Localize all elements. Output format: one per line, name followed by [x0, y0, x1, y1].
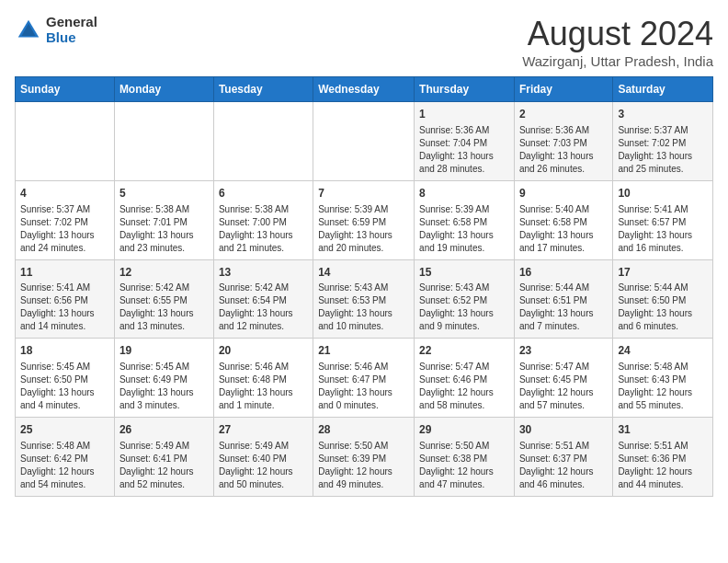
calendar-cell: 14Sunrise: 5:43 AM Sunset: 6:53 PM Dayli… [313, 259, 415, 339]
day-info: Sunrise: 5:44 AM Sunset: 6:51 PM Dayligh… [519, 282, 608, 333]
day-info: Sunrise: 5:42 AM Sunset: 6:55 PM Dayligh… [119, 282, 209, 333]
weekday-header: Monday [114, 77, 213, 102]
day-number: 18 [20, 343, 109, 359]
logo: General Blue [15, 15, 97, 45]
day-info: Sunrise: 5:48 AM Sunset: 6:42 PM Dayligh… [20, 440, 109, 491]
calendar-cell: 26Sunrise: 5:49 AM Sunset: 6:41 PM Dayli… [114, 418, 213, 497]
calendar-header: SundayMondayTuesdayWednesdayThursdayFrid… [16, 77, 713, 102]
day-info: Sunrise: 5:50 AM Sunset: 6:39 PM Dayligh… [318, 440, 409, 491]
day-info: Sunrise: 5:38 AM Sunset: 7:00 PM Dayligh… [219, 203, 308, 255]
day-number: 22 [419, 343, 509, 359]
calendar-cell: 25Sunrise: 5:48 AM Sunset: 6:42 PM Dayli… [16, 418, 115, 497]
day-number: 6 [219, 186, 308, 201]
day-info: Sunrise: 5:44 AM Sunset: 6:50 PM Dayligh… [618, 282, 708, 333]
logo-blue-text: Blue [46, 30, 97, 46]
day-info: Sunrise: 5:39 AM Sunset: 6:58 PM Dayligh… [419, 203, 509, 255]
calendar-cell: 12Sunrise: 5:42 AM Sunset: 6:55 PM Dayli… [114, 259, 213, 339]
month-title: August 2024 [522, 15, 713, 53]
calendar-cell: 19Sunrise: 5:45 AM Sunset: 6:49 PM Dayli… [114, 339, 213, 418]
calendar-cell: 20Sunrise: 5:46 AM Sunset: 6:48 PM Dayli… [213, 339, 313, 418]
calendar-cell: 31Sunrise: 5:51 AM Sunset: 6:36 PM Dayli… [613, 418, 713, 497]
calendar-cell: 8Sunrise: 5:39 AM Sunset: 6:58 PM Daylig… [415, 180, 515, 259]
logo-icon [15, 17, 42, 44]
calendar-cell: 2Sunrise: 5:36 AM Sunset: 7:03 PM Daylig… [514, 102, 612, 181]
calendar-cell: 11Sunrise: 5:41 AM Sunset: 6:56 PM Dayli… [16, 259, 115, 339]
logo-general-text: General [46, 15, 97, 30]
calendar-body: 1Sunrise: 5:36 AM Sunset: 7:04 PM Daylig… [16, 102, 713, 497]
day-number: 14 [318, 265, 409, 281]
calendar-cell: 29Sunrise: 5:50 AM Sunset: 6:38 PM Dayli… [415, 418, 515, 497]
day-number: 3 [618, 107, 708, 122]
day-info: Sunrise: 5:43 AM Sunset: 6:52 PM Dayligh… [419, 282, 509, 333]
calendar-cell [313, 102, 415, 181]
weekday-header: Thursday [415, 77, 515, 102]
day-info: Sunrise: 5:39 AM Sunset: 6:59 PM Dayligh… [318, 203, 409, 255]
calendar-cell: 30Sunrise: 5:51 AM Sunset: 6:37 PM Dayli… [514, 418, 612, 497]
day-info: Sunrise: 5:47 AM Sunset: 6:46 PM Dayligh… [419, 361, 509, 412]
day-info: Sunrise: 5:51 AM Sunset: 6:37 PM Dayligh… [519, 440, 608, 491]
calendar-cell [16, 102, 115, 181]
weekday-header: Wednesday [313, 77, 415, 102]
day-info: Sunrise: 5:42 AM Sunset: 6:54 PM Dayligh… [219, 282, 308, 333]
calendar-cell: 23Sunrise: 5:47 AM Sunset: 6:45 PM Dayli… [514, 339, 612, 418]
day-info: Sunrise: 5:49 AM Sunset: 6:41 PM Dayligh… [119, 440, 209, 491]
day-number: 4 [20, 186, 109, 201]
calendar-cell: 5Sunrise: 5:38 AM Sunset: 7:01 PM Daylig… [114, 180, 213, 259]
day-number: 16 [519, 265, 608, 281]
day-info: Sunrise: 5:36 AM Sunset: 7:04 PM Dayligh… [419, 124, 509, 176]
day-number: 27 [219, 422, 308, 438]
day-number: 28 [318, 422, 409, 438]
calendar-cell: 9Sunrise: 5:40 AM Sunset: 6:58 PM Daylig… [514, 180, 612, 259]
calendar-cell: 27Sunrise: 5:49 AM Sunset: 6:40 PM Dayli… [213, 418, 313, 497]
day-number: 1 [419, 107, 509, 122]
header-row: SundayMondayTuesdayWednesdayThursdayFrid… [16, 77, 713, 102]
weekday-header: Friday [514, 77, 612, 102]
day-info: Sunrise: 5:49 AM Sunset: 6:40 PM Dayligh… [219, 440, 308, 491]
day-info: Sunrise: 5:43 AM Sunset: 6:53 PM Dayligh… [318, 282, 409, 333]
calendar-cell: 6Sunrise: 5:38 AM Sunset: 7:00 PM Daylig… [213, 180, 313, 259]
page-header: General Blue August 2024 Wazirganj, Utta… [15, 15, 713, 69]
calendar-cell: 17Sunrise: 5:44 AM Sunset: 6:50 PM Dayli… [613, 259, 713, 339]
day-number: 13 [219, 265, 308, 281]
day-number: 7 [318, 186, 409, 201]
day-number: 29 [419, 422, 509, 438]
day-info: Sunrise: 5:45 AM Sunset: 6:50 PM Dayligh… [20, 361, 109, 412]
calendar-cell: 10Sunrise: 5:41 AM Sunset: 6:57 PM Dayli… [613, 180, 713, 259]
calendar-table: SundayMondayTuesdayWednesdayThursdayFrid… [15, 76, 713, 497]
calendar-cell: 21Sunrise: 5:46 AM Sunset: 6:47 PM Dayli… [313, 339, 415, 418]
day-info: Sunrise: 5:38 AM Sunset: 7:01 PM Dayligh… [119, 203, 209, 255]
calendar-week-row: 4Sunrise: 5:37 AM Sunset: 7:02 PM Daylig… [16, 180, 713, 259]
day-number: 24 [618, 343, 708, 359]
day-number: 12 [119, 265, 209, 281]
calendar-cell: 24Sunrise: 5:48 AM Sunset: 6:43 PM Dayli… [613, 339, 713, 418]
day-info: Sunrise: 5:40 AM Sunset: 6:58 PM Dayligh… [519, 203, 608, 255]
day-number: 30 [519, 422, 608, 438]
calendar-cell: 15Sunrise: 5:43 AM Sunset: 6:52 PM Dayli… [415, 259, 515, 339]
day-info: Sunrise: 5:51 AM Sunset: 6:36 PM Dayligh… [618, 440, 708, 491]
day-info: Sunrise: 5:36 AM Sunset: 7:03 PM Dayligh… [519, 124, 608, 176]
day-number: 23 [519, 343, 608, 359]
day-info: Sunrise: 5:37 AM Sunset: 7:02 PM Dayligh… [618, 124, 708, 176]
day-number: 17 [618, 265, 708, 281]
calendar-cell: 4Sunrise: 5:37 AM Sunset: 7:02 PM Daylig… [16, 180, 115, 259]
title-area: August 2024 Wazirganj, Uttar Pradesh, In… [522, 15, 713, 69]
calendar-week-row: 18Sunrise: 5:45 AM Sunset: 6:50 PM Dayli… [16, 339, 713, 418]
day-number: 8 [419, 186, 509, 201]
day-info: Sunrise: 5:41 AM Sunset: 6:57 PM Dayligh… [618, 203, 708, 255]
calendar-week-row: 25Sunrise: 5:48 AM Sunset: 6:42 PM Dayli… [16, 418, 713, 497]
weekday-header: Saturday [613, 77, 713, 102]
calendar-cell: 22Sunrise: 5:47 AM Sunset: 6:46 PM Dayli… [415, 339, 515, 418]
calendar-cell [114, 102, 213, 181]
day-number: 20 [219, 343, 308, 359]
calendar-week-row: 11Sunrise: 5:41 AM Sunset: 6:56 PM Dayli… [16, 259, 713, 339]
weekday-header: Tuesday [213, 77, 313, 102]
day-number: 2 [519, 107, 608, 122]
weekday-header: Sunday [16, 77, 115, 102]
logo-text: General Blue [46, 15, 97, 45]
day-number: 9 [519, 186, 608, 201]
day-info: Sunrise: 5:46 AM Sunset: 6:48 PM Dayligh… [219, 361, 308, 412]
day-number: 31 [618, 422, 708, 438]
location-text: Wazirganj, Uttar Pradesh, India [522, 53, 713, 69]
day-info: Sunrise: 5:41 AM Sunset: 6:56 PM Dayligh… [20, 282, 109, 333]
calendar-cell [213, 102, 313, 181]
